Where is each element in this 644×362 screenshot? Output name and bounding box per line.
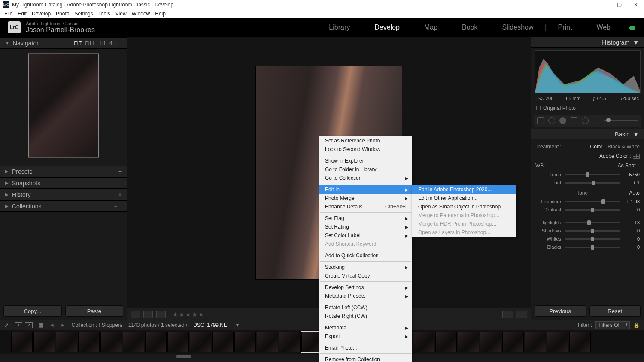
module-book[interactable]: Book (459, 24, 480, 31)
filter-lock-icon[interactable]: 🔒 (633, 322, 640, 328)
nav-mode-fill[interactable]: FILL (85, 40, 95, 46)
ctx-item[interactable]: Set Flag▶ (319, 214, 412, 223)
menu-view[interactable]: View (113, 10, 129, 18)
ctx-sub-item[interactable]: Edit in Adobe Photoshop 2020... (412, 185, 516, 194)
filmstrip-thumb[interactable] (167, 332, 189, 352)
filmstrip-thumb[interactable] (458, 332, 479, 352)
navigator-thumbnail[interactable] (28, 53, 99, 158)
filmstrip-thumb[interactable] (190, 332, 211, 352)
ctx-item[interactable]: Lock to Second Window (319, 145, 412, 154)
ctx-item[interactable]: Rotate Left (CCW) (319, 303, 412, 312)
histogram-header[interactable]: Histogram ▼ (531, 37, 644, 48)
filmstrip-thumb[interactable] (525, 332, 546, 352)
nav-mode-41[interactable]: 4:1 (109, 40, 117, 46)
grid-overlay-button[interactable] (156, 311, 166, 318)
panel-buttons[interactable]: + (118, 180, 122, 186)
filmstrip-thumb[interactable] (11, 332, 33, 352)
ctx-item[interactable]: Export▶ (319, 332, 412, 341)
paste-button[interactable]: Paste (65, 305, 124, 317)
shadows-slider[interactable]: Shadows 0 (535, 227, 640, 235)
spot-tool[interactable] (548, 117, 555, 124)
module-library[interactable]: Library (326, 24, 352, 31)
ctx-item[interactable]: Metadata▶ (319, 323, 412, 332)
close-button[interactable]: ✕ (634, 2, 638, 8)
panel-collections[interactable]: ▶ Collections − + (0, 200, 127, 212)
menu-photo[interactable]: Photo (53, 10, 72, 18)
ctx-item[interactable]: Rotate Right (CW) (319, 312, 412, 320)
menu-window[interactable]: Window (129, 10, 153, 18)
tint-slider[interactable]: Tint + 1 (535, 179, 640, 187)
ctx-sub-item[interactable]: Open as Smart Object in Photoshop... (412, 202, 516, 211)
histogram[interactable] (535, 50, 641, 93)
filmstrip-thumb[interactable] (547, 332, 568, 352)
context-submenu-edit-in[interactable]: Edit in Adobe Photoshop 2020...Edit in O… (412, 185, 516, 237)
toolbar-menu-button[interactable] (516, 311, 527, 318)
highlights-slider[interactable]: Highlights − 18 (535, 219, 640, 226)
menu-file[interactable]: File (2, 10, 15, 18)
auto-tone-button[interactable]: Auto (629, 190, 640, 196)
ctx-item[interactable]: Go to Collection▶ (319, 174, 412, 182)
redeye-tool[interactable] (559, 117, 566, 124)
radial-filter-tool[interactable] (582, 117, 589, 124)
panel-snapshots[interactable]: ▶ Snapshots + (0, 177, 127, 189)
copy-button[interactable]: Copy... (3, 305, 62, 317)
original-photo-row[interactable]: Original Photo (531, 103, 644, 115)
sync-status-icon[interactable] (629, 24, 636, 30)
filmstrip-thumb[interactable] (234, 332, 256, 352)
menu-edit[interactable]: Edit (15, 10, 29, 18)
ctx-item[interactable]: Stacking▶ (319, 263, 412, 272)
next-photo-button[interactable]: ► (61, 322, 66, 328)
ctx-item[interactable]: Show in Explorer (319, 157, 412, 165)
menu-tools[interactable]: Tools (96, 10, 113, 18)
nav-mode-fit[interactable]: FIT (74, 40, 82, 46)
module-web[interactable]: Web (594, 24, 613, 31)
treatment-color[interactable]: Color (590, 144, 603, 150)
graduated-filter-tool[interactable] (571, 117, 577, 124)
filmstrip-thumb[interactable] (100, 332, 122, 352)
filmstrip-thumb[interactable] (569, 332, 591, 352)
filmstrip-thumb[interactable] (212, 332, 234, 352)
prev-photo-button[interactable]: ◄ (49, 322, 55, 328)
filmstrip-thumb[interactable] (435, 332, 457, 352)
ctx-sub-item[interactable]: Edit in Other Application... (412, 194, 516, 202)
previous-button[interactable]: Previous (535, 305, 586, 317)
ctx-item[interactable]: Go to Folder in Library (319, 165, 412, 174)
ctx-item[interactable]: Metadata Presets▶ (319, 292, 412, 300)
reset-button[interactable]: Reset (589, 305, 641, 317)
before-after-button[interactable] (143, 311, 153, 318)
ctx-item[interactable]: Set as Reference Photo (319, 136, 412, 145)
whites-slider[interactable]: Whites 0 (535, 235, 640, 243)
contrast-slider[interactable]: Contrast 0 (535, 206, 640, 214)
grid-icon[interactable]: ▦ (39, 322, 43, 328)
temp-slider[interactable]: Temp 5750 (535, 171, 640, 178)
ctx-item[interactable]: Develop Settings▶ (319, 283, 412, 292)
crop-tool[interactable] (537, 117, 544, 124)
navigator-header[interactable]: ▼ Navigator FITFILL1:14:1: (0, 37, 127, 49)
minimize-button[interactable]: — (600, 2, 605, 8)
maximize-button[interactable]: ▢ (617, 2, 622, 8)
profile-browser-icon[interactable] (633, 154, 640, 159)
filmstrip-thumb[interactable] (279, 332, 301, 352)
filmstrip-thumb[interactable] (145, 332, 167, 352)
monitor-2-button[interactable] (25, 322, 33, 328)
ctx-item[interactable]: Remove from Collection (319, 355, 412, 362)
nav-mode-11[interactable]: 1:1 (99, 40, 106, 46)
menu-develop[interactable]: Develop (29, 10, 53, 18)
module-develop[interactable]: Develop (372, 24, 402, 31)
rating-stars[interactable]: ★★★★★ (173, 311, 205, 318)
ctx-item[interactable]: Edit In▶ (319, 185, 412, 194)
panel-history[interactable]: ▶ History × (0, 189, 127, 200)
monitor-1-button[interactable] (15, 322, 22, 328)
exposure-slider[interactable]: Exposure + 1.93 (535, 198, 640, 205)
basic-header[interactable]: Basic ▼ (531, 129, 644, 139)
ctx-item[interactable]: Set Rating▶ (319, 223, 412, 231)
treatment-bw[interactable]: Black & White (608, 144, 640, 150)
filmstrip-thumb[interactable] (78, 332, 100, 352)
module-print[interactable]: Print (555, 24, 574, 31)
soft-proof-button[interactable] (502, 311, 513, 318)
module-slideshow[interactable]: Slideshow (500, 24, 536, 31)
panel-presets[interactable]: ▶ Presets + (0, 166, 127, 177)
ctx-item[interactable]: Photo Merge▶ (319, 194, 412, 202)
ctx-item[interactable]: Email Photo... (319, 344, 412, 352)
filmstrip-thumb[interactable] (33, 332, 55, 352)
